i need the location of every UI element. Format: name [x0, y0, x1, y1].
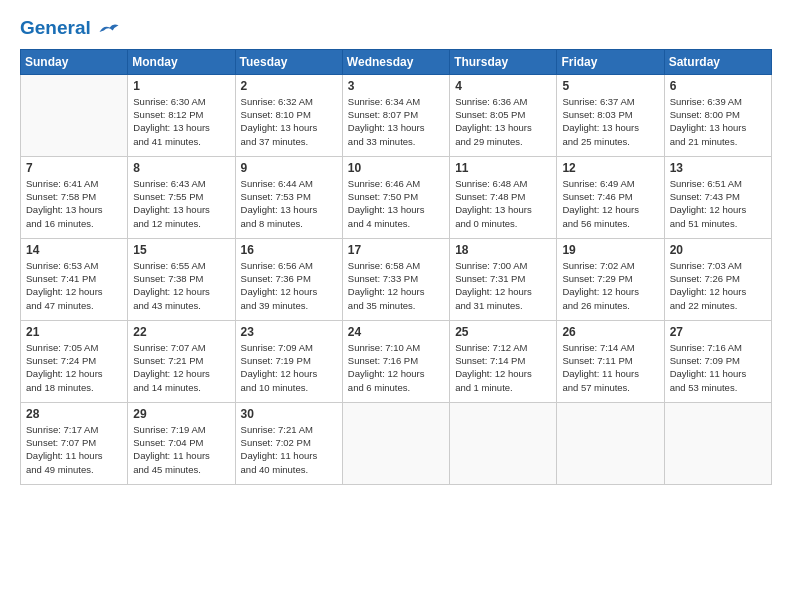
- day-number: 18: [455, 243, 551, 257]
- weekday-wednesday: Wednesday: [342, 49, 449, 74]
- page: General SundayMondayTuesdayWednesdayThur…: [0, 0, 792, 612]
- day-cell: 15Sunrise: 6:55 AM Sunset: 7:38 PM Dayli…: [128, 238, 235, 320]
- day-number: 9: [241, 161, 337, 175]
- day-info: Sunrise: 6:44 AM Sunset: 7:53 PM Dayligh…: [241, 177, 337, 230]
- week-row-4: 21Sunrise: 7:05 AM Sunset: 7:24 PM Dayli…: [21, 320, 772, 402]
- day-number: 7: [26, 161, 122, 175]
- day-number: 1: [133, 79, 229, 93]
- day-cell: 2Sunrise: 6:32 AM Sunset: 8:10 PM Daylig…: [235, 74, 342, 156]
- day-info: Sunrise: 6:32 AM Sunset: 8:10 PM Dayligh…: [241, 95, 337, 148]
- day-number: 13: [670, 161, 766, 175]
- day-cell: 9Sunrise: 6:44 AM Sunset: 7:53 PM Daylig…: [235, 156, 342, 238]
- day-number: 30: [241, 407, 337, 421]
- day-number: 20: [670, 243, 766, 257]
- day-info: Sunrise: 7:02 AM Sunset: 7:29 PM Dayligh…: [562, 259, 658, 312]
- day-info: Sunrise: 7:17 AM Sunset: 7:07 PM Dayligh…: [26, 423, 122, 476]
- day-info: Sunrise: 6:56 AM Sunset: 7:36 PM Dayligh…: [241, 259, 337, 312]
- weekday-thursday: Thursday: [450, 49, 557, 74]
- day-number: 6: [670, 79, 766, 93]
- logo-bird-icon: [98, 21, 120, 37]
- day-cell: 30Sunrise: 7:21 AM Sunset: 7:02 PM Dayli…: [235, 402, 342, 484]
- calendar-table: SundayMondayTuesdayWednesdayThursdayFrid…: [20, 49, 772, 485]
- day-cell: 14Sunrise: 6:53 AM Sunset: 7:41 PM Dayli…: [21, 238, 128, 320]
- day-info: Sunrise: 7:16 AM Sunset: 7:09 PM Dayligh…: [670, 341, 766, 394]
- day-cell: 18Sunrise: 7:00 AM Sunset: 7:31 PM Dayli…: [450, 238, 557, 320]
- day-info: Sunrise: 6:36 AM Sunset: 8:05 PM Dayligh…: [455, 95, 551, 148]
- weekday-tuesday: Tuesday: [235, 49, 342, 74]
- week-row-2: 7Sunrise: 6:41 AM Sunset: 7:58 PM Daylig…: [21, 156, 772, 238]
- day-number: 11: [455, 161, 551, 175]
- day-number: 3: [348, 79, 444, 93]
- day-cell: 26Sunrise: 7:14 AM Sunset: 7:11 PM Dayli…: [557, 320, 664, 402]
- day-cell: 19Sunrise: 7:02 AM Sunset: 7:29 PM Dayli…: [557, 238, 664, 320]
- header: General: [20, 18, 772, 39]
- day-info: Sunrise: 7:10 AM Sunset: 7:16 PM Dayligh…: [348, 341, 444, 394]
- day-info: Sunrise: 6:49 AM Sunset: 7:46 PM Dayligh…: [562, 177, 658, 230]
- day-info: Sunrise: 7:03 AM Sunset: 7:26 PM Dayligh…: [670, 259, 766, 312]
- day-cell: [450, 402, 557, 484]
- day-cell: 24Sunrise: 7:10 AM Sunset: 7:16 PM Dayli…: [342, 320, 449, 402]
- day-info: Sunrise: 7:12 AM Sunset: 7:14 PM Dayligh…: [455, 341, 551, 394]
- day-cell: 20Sunrise: 7:03 AM Sunset: 7:26 PM Dayli…: [664, 238, 771, 320]
- day-cell: 16Sunrise: 6:56 AM Sunset: 7:36 PM Dayli…: [235, 238, 342, 320]
- day-info: Sunrise: 7:09 AM Sunset: 7:19 PM Dayligh…: [241, 341, 337, 394]
- day-number: 23: [241, 325, 337, 339]
- week-row-1: 1Sunrise: 6:30 AM Sunset: 8:12 PM Daylig…: [21, 74, 772, 156]
- day-cell: 3Sunrise: 6:34 AM Sunset: 8:07 PM Daylig…: [342, 74, 449, 156]
- day-cell: 28Sunrise: 7:17 AM Sunset: 7:07 PM Dayli…: [21, 402, 128, 484]
- day-number: 28: [26, 407, 122, 421]
- week-row-3: 14Sunrise: 6:53 AM Sunset: 7:41 PM Dayli…: [21, 238, 772, 320]
- day-number: 15: [133, 243, 229, 257]
- day-number: 8: [133, 161, 229, 175]
- day-info: Sunrise: 6:43 AM Sunset: 7:55 PM Dayligh…: [133, 177, 229, 230]
- day-cell: 7Sunrise: 6:41 AM Sunset: 7:58 PM Daylig…: [21, 156, 128, 238]
- day-cell: 21Sunrise: 7:05 AM Sunset: 7:24 PM Dayli…: [21, 320, 128, 402]
- day-cell: [557, 402, 664, 484]
- day-number: 5: [562, 79, 658, 93]
- day-info: Sunrise: 6:46 AM Sunset: 7:50 PM Dayligh…: [348, 177, 444, 230]
- day-info: Sunrise: 6:37 AM Sunset: 8:03 PM Dayligh…: [562, 95, 658, 148]
- day-cell: 1Sunrise: 6:30 AM Sunset: 8:12 PM Daylig…: [128, 74, 235, 156]
- day-number: 27: [670, 325, 766, 339]
- calendar-body: 1Sunrise: 6:30 AM Sunset: 8:12 PM Daylig…: [21, 74, 772, 484]
- day-info: Sunrise: 7:19 AM Sunset: 7:04 PM Dayligh…: [133, 423, 229, 476]
- day-info: Sunrise: 7:00 AM Sunset: 7:31 PM Dayligh…: [455, 259, 551, 312]
- weekday-monday: Monday: [128, 49, 235, 74]
- day-cell: 6Sunrise: 6:39 AM Sunset: 8:00 PM Daylig…: [664, 74, 771, 156]
- weekday-friday: Friday: [557, 49, 664, 74]
- calendar-header: SundayMondayTuesdayWednesdayThursdayFrid…: [21, 49, 772, 74]
- day-cell: 13Sunrise: 6:51 AM Sunset: 7:43 PM Dayli…: [664, 156, 771, 238]
- day-cell: [342, 402, 449, 484]
- day-cell: 4Sunrise: 6:36 AM Sunset: 8:05 PM Daylig…: [450, 74, 557, 156]
- day-cell: 8Sunrise: 6:43 AM Sunset: 7:55 PM Daylig…: [128, 156, 235, 238]
- day-info: Sunrise: 6:39 AM Sunset: 8:00 PM Dayligh…: [670, 95, 766, 148]
- day-cell: 25Sunrise: 7:12 AM Sunset: 7:14 PM Dayli…: [450, 320, 557, 402]
- day-info: Sunrise: 6:58 AM Sunset: 7:33 PM Dayligh…: [348, 259, 444, 312]
- week-row-5: 28Sunrise: 7:17 AM Sunset: 7:07 PM Dayli…: [21, 402, 772, 484]
- day-cell: 23Sunrise: 7:09 AM Sunset: 7:19 PM Dayli…: [235, 320, 342, 402]
- day-info: Sunrise: 6:34 AM Sunset: 8:07 PM Dayligh…: [348, 95, 444, 148]
- day-cell: 29Sunrise: 7:19 AM Sunset: 7:04 PM Dayli…: [128, 402, 235, 484]
- weekday-saturday: Saturday: [664, 49, 771, 74]
- day-cell: [21, 74, 128, 156]
- day-number: 12: [562, 161, 658, 175]
- day-number: 24: [348, 325, 444, 339]
- day-number: 16: [241, 243, 337, 257]
- day-number: 21: [26, 325, 122, 339]
- day-info: Sunrise: 6:55 AM Sunset: 7:38 PM Dayligh…: [133, 259, 229, 312]
- day-info: Sunrise: 6:41 AM Sunset: 7:58 PM Dayligh…: [26, 177, 122, 230]
- day-number: 4: [455, 79, 551, 93]
- day-info: Sunrise: 7:05 AM Sunset: 7:24 PM Dayligh…: [26, 341, 122, 394]
- day-number: 26: [562, 325, 658, 339]
- day-info: Sunrise: 7:07 AM Sunset: 7:21 PM Dayligh…: [133, 341, 229, 394]
- day-number: 2: [241, 79, 337, 93]
- day-info: Sunrise: 6:30 AM Sunset: 8:12 PM Dayligh…: [133, 95, 229, 148]
- day-number: 22: [133, 325, 229, 339]
- day-info: Sunrise: 6:53 AM Sunset: 7:41 PM Dayligh…: [26, 259, 122, 312]
- day-number: 25: [455, 325, 551, 339]
- day-cell: 17Sunrise: 6:58 AM Sunset: 7:33 PM Dayli…: [342, 238, 449, 320]
- day-info: Sunrise: 6:48 AM Sunset: 7:48 PM Dayligh…: [455, 177, 551, 230]
- day-number: 19: [562, 243, 658, 257]
- day-cell: 22Sunrise: 7:07 AM Sunset: 7:21 PM Dayli…: [128, 320, 235, 402]
- logo-general: General: [20, 17, 91, 38]
